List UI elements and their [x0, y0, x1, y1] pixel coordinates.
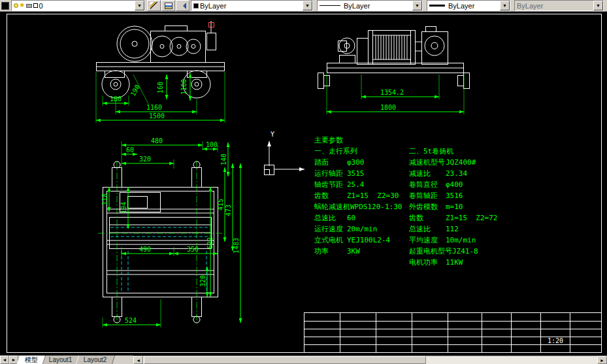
- dim-text: 320: [139, 156, 151, 163]
- linetype-sample-icon: [320, 5, 340, 6]
- dim-text: 320: [199, 275, 206, 287]
- spec-row: 减速机型号JQZ400#: [409, 157, 497, 168]
- spec-row: 卷筒轴距3516: [409, 190, 497, 201]
- spec-row: 功率3KW: [314, 246, 409, 257]
- lineweight-value: ByLayer: [448, 2, 474, 10]
- layers-dialog-button[interactable]: [161, 0, 175, 11]
- spec-row: 减速比23.34: [409, 168, 497, 179]
- dim-text: 1354.2: [380, 89, 404, 96]
- object-properties-toolbar: ✹ 0 ▼ ByLayer ▼ ByLayer ▼: [0, 0, 607, 12]
- spec-col-winch: 二、5t卷扬机 减速机型号JQZ400# 减速比23.34 卷筒直径φ400 卷…: [409, 146, 497, 268]
- spec-header: 二、5t卷扬机: [409, 146, 497, 157]
- color-swatch-icon: [193, 3, 199, 8]
- tab-model[interactable]: 模型: [17, 356, 46, 364]
- dim-text: 190: [129, 84, 141, 97]
- spec-row: 齿数Z1=15 Z2=30: [314, 190, 409, 201]
- dim-text: 480: [151, 137, 163, 144]
- right-arrow-icon: ►: [600, 358, 604, 363]
- dim-text: 415: [217, 199, 224, 210]
- ucs-icon: Y: [265, 131, 305, 175]
- spec-row: 运行轴距3515: [314, 168, 409, 179]
- left-arrow-icon: ◄: [136, 358, 140, 363]
- drawing-svg: 180 1160 1500 160 1160 190: [0, 12, 607, 356]
- spec-row: 平均速度10m/min: [409, 235, 497, 246]
- color-combobox[interactable]: ByLayer ▼: [191, 0, 313, 11]
- spec-col-travel: 一、走行系列 踏面φ300 运行轴距3515 轴齿节距25.4 齿数Z1=15 …: [314, 146, 409, 268]
- dim-text: 100: [206, 141, 218, 148]
- spec-row: 总速比112: [409, 223, 497, 235]
- color-dropdown-arrow[interactable]: ▼: [303, 1, 312, 10]
- scroll-right-button[interactable]: ►: [597, 356, 607, 364]
- spec-header: 一、走行系列: [314, 146, 409, 157]
- dim-text: 622: [206, 237, 214, 249]
- layers-icon: [165, 3, 172, 9]
- pencil-icon: [150, 2, 157, 9]
- tab-nav-prev-button[interactable]: ◄: [0, 356, 9, 364]
- dim-text: 160: [157, 82, 164, 93]
- side-view[interactable]: [318, 27, 470, 89]
- dim-text: 118: [101, 193, 108, 205]
- front-view-dimensions[interactable]: 180 1160 1500 160 1160 190: [96, 72, 225, 123]
- tab-layout2[interactable]: Layout2: [75, 356, 114, 364]
- dim-text: 490: [139, 246, 151, 253]
- dim-text: 180: [110, 95, 122, 103]
- dim-text: 350: [187, 246, 199, 253]
- layer-plot-icon: [26, 4, 32, 8]
- lineweight-sample-icon: [429, 5, 445, 7]
- scroll-left-button[interactable]: ◄: [133, 356, 143, 364]
- layer-on-bulb-icon: [14, 3, 18, 8]
- spec-row: 卷筒直径φ400: [409, 179, 497, 190]
- spec-row: 起重电机型号JZ41-8: [409, 246, 497, 257]
- back-arrow-icon: [180, 3, 186, 9]
- spec-row: 总速比60: [314, 212, 409, 223]
- spec-row: 蜗轮减速机WPDS120-1:30: [314, 201, 409, 212]
- spec-row: 电机功率11KW: [409, 257, 497, 268]
- layout-tab-bar: ◄ ► 模型 Layout1 Layout2 ◄ ►: [0, 356, 607, 364]
- make-object-layer-current-button[interactable]: [147, 0, 161, 11]
- plotstyle-dropdown-arrow: ▼: [593, 1, 603, 10]
- dim-text: 1160: [146, 104, 162, 111]
- horizontal-scrollbar[interactable]: ◄ ►: [133, 356, 607, 364]
- right-arrow-icon: ►: [12, 357, 16, 362]
- plotstyle-combobox: ByLayer ▼: [514, 0, 604, 11]
- autocad-window: ✹ 0 ▼ ByLayer ▼ ByLayer ▼: [0, 0, 607, 364]
- layer-previous-button[interactable]: [176, 0, 189, 11]
- plotstyle-value: ByLayer: [517, 2, 543, 10]
- current-color-swatch-icon: [1, 2, 9, 10]
- dim-text: 140: [220, 154, 227, 165]
- tab-spacer: [111, 356, 133, 364]
- spec-text-block[interactable]: 主要参数 一、走行系列 踏面φ300 运行轴距3515 轴齿节距25.4 齿数Z…: [314, 135, 497, 268]
- linetype-value: ByLayer: [344, 2, 370, 10]
- spec-row: 外齿模数m=10: [409, 201, 497, 212]
- dim-text: 1800: [380, 104, 396, 111]
- scrollbar-thumb[interactable]: [144, 356, 426, 364]
- layer-combobox[interactable]: ✹ 0 ▼: [11, 0, 145, 11]
- layer-name: 0: [39, 2, 43, 10]
- drawing-area[interactable]: 180 1160 1500 160 1160 190: [0, 12, 607, 356]
- dim-text: 1483: [233, 238, 240, 254]
- spec-row: 踏面φ300: [314, 157, 409, 168]
- spec-row: 运行速度20m/min: [314, 223, 409, 235]
- dim-text: 1160: [180, 79, 188, 95]
- dim-text: 194: [120, 202, 127, 214]
- layer-color-swatch-icon: [33, 3, 38, 8]
- spec-row: 轴齿节距25.4: [314, 179, 409, 190]
- title-block[interactable]: 1:20: [304, 313, 602, 353]
- linetype-dropdown-arrow[interactable]: ▼: [412, 1, 422, 10]
- dim-text: 473: [225, 205, 232, 216]
- spec-row: 立式电机YEJ100L2-4: [314, 235, 409, 246]
- dim-text: 524: [125, 317, 137, 324]
- layer-thaw-sun-icon: ✹: [20, 3, 25, 8]
- lineweight-dropdown-arrow[interactable]: ▼: [500, 1, 510, 10]
- layer-dropdown-arrow[interactable]: ▼: [135, 1, 144, 10]
- spec-row: 齿数Z1=15 Z2=72: [409, 212, 497, 223]
- left-arrow-icon: ◄: [3, 357, 7, 362]
- scale-value: 1:20: [548, 337, 563, 344]
- linetype-combobox[interactable]: ByLayer ▼: [317, 0, 423, 11]
- lineweight-combobox[interactable]: ByLayer ▼: [427, 0, 510, 11]
- side-view-dimensions[interactable]: 1354.2 1800: [327, 74, 464, 114]
- spec-title: 主要参数: [314, 135, 497, 146]
- dim-text: 1500: [149, 112, 165, 120]
- tab-layout1[interactable]: Layout1: [41, 356, 80, 364]
- scrollbar-track[interactable]: [143, 356, 597, 364]
